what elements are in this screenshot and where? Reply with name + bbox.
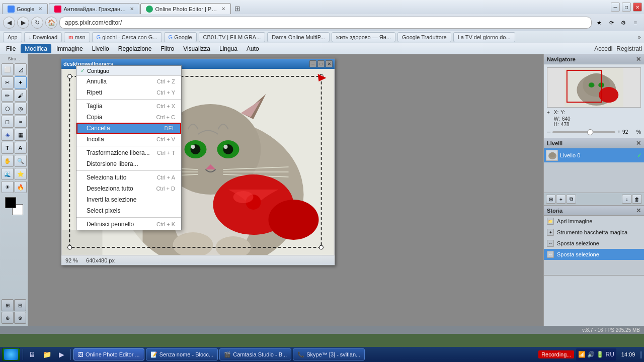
tool-grid-3[interactable]: ⊕ — [2, 312, 14, 324]
bookmark-giochi[interactable]: Ggiochi - Cerca con G... — [92, 32, 162, 42]
sound-icon[interactable]: 🔊 — [587, 351, 595, 358]
bookmark-google[interactable]: GGoogle — [164, 32, 197, 42]
taskbar-app-notepad[interactable]: 📝 Senza nome - Blocc... — [146, 348, 218, 360]
merge-down-button[interactable]: ↓ — [622, 195, 632, 204]
menu-definisci-pennello[interactable]: Definisci pennello Ctrl + K — [76, 219, 181, 230]
new-layer-button[interactable]: + — [556, 195, 566, 204]
bookmarks-more[interactable]: » — [637, 34, 641, 41]
back-button[interactable]: ◀ — [3, 17, 15, 29]
contiguo-checkbox[interactable]: ✓ — [80, 67, 85, 74]
tool-pencil[interactable]: ✏ — [2, 89, 14, 102]
bookmark-download[interactable]: ↓Download — [24, 32, 62, 42]
taskbar-app-camtasia[interactable]: 🎬 Camtasia Studio - B... — [219, 348, 291, 360]
canvas-minimize[interactable]: ─ — [309, 60, 316, 67]
canvas-maximize[interactable]: □ — [317, 60, 325, 67]
tool-zoom[interactable]: 🔍 — [15, 155, 27, 167]
menu-distorsione[interactable]: Distorsione libera... — [76, 158, 181, 169]
tool-eyedropper[interactable]: A — [15, 142, 27, 154]
menu-accedi[interactable]: Accedi — [594, 45, 612, 52]
layer-visible-0[interactable]: ✓ — [637, 152, 642, 159]
bookmark-dama[interactable]: Dama Online MultiP... — [267, 32, 330, 42]
storia-close[interactable]: ✕ — [636, 207, 641, 214]
tool-hand[interactable]: ✋ — [2, 155, 14, 167]
duplicate-layer-button[interactable]: ⧉ — [566, 195, 576, 204]
tool-eraser[interactable]: ◻ — [2, 116, 14, 128]
tab-google-close[interactable]: ✕ — [38, 6, 42, 12]
taskbar-app-skype[interactable]: 📞 Skype™ [3] - svitlan... — [293, 348, 365, 360]
tab-antymaydan[interactable]: Антимайдан. Гражданск... ✕ — [49, 3, 139, 14]
canvas-close[interactable]: ✕ — [326, 60, 333, 67]
tool-selection-rect[interactable]: ⬜ — [2, 63, 14, 75]
address-bar[interactable]: apps.pixlr.com/editor/ — [59, 17, 592, 29]
tool-gradient[interactable]: ▦ — [15, 129, 27, 141]
tool-grid-2[interactable]: ⊟ — [14, 299, 26, 311]
bookmark-tv[interactable]: La TV del giorno do... — [453, 32, 515, 42]
close-button[interactable]: ✕ — [633, 3, 642, 12]
tab-google[interactable]: Google ✕ — [2, 3, 48, 14]
menu-deseleziona-tutto[interactable]: Deseleziona tutto Ctrl + D — [76, 183, 181, 194]
star-icon[interactable]: ★ — [594, 17, 605, 28]
menu-auto[interactable]: Auto — [243, 44, 263, 53]
menu-livello[interactable]: Livello — [88, 44, 113, 53]
menu-lingua[interactable]: Lingua — [215, 44, 242, 53]
tool-burn[interactable]: 🔥 — [15, 181, 27, 193]
settings-icon[interactable]: ⚙ — [618, 17, 629, 28]
bookmark-app[interactable]: App — [3, 32, 22, 42]
tool-smudge[interactable]: ≈ — [15, 116, 27, 128]
tool-magic-wand[interactable]: ✦ — [15, 76, 27, 88]
menu-regolazione[interactable]: Regolazione — [114, 44, 156, 53]
tool-dodge[interactable]: ☀ — [2, 181, 14, 193]
tool-crop[interactable]: ✂ — [2, 76, 14, 88]
new-tab-button[interactable]: ⊞ — [232, 3, 243, 14]
history-item-0[interactable]: 📁 Apri immagine — [544, 216, 644, 227]
refresh-icon[interactable]: ⟳ — [606, 17, 617, 28]
show-desktop-button[interactable]: | — [640, 350, 642, 358]
menu-cancella[interactable]: Cancella DEL — [76, 123, 181, 134]
bookmark-translator[interactable]: Google Traduttore — [397, 32, 451, 42]
menu-file[interactable]: File — [2, 44, 20, 53]
navigator-close[interactable]: ✕ — [636, 56, 641, 63]
new-group-button[interactable]: ⊞ — [546, 195, 556, 204]
forward-button[interactable]: ▶ — [17, 17, 29, 29]
livelli-close[interactable]: ✕ — [636, 140, 641, 147]
quick-launch-media[interactable]: ▶ — [55, 348, 68, 360]
language-icon[interactable]: RU — [605, 351, 614, 358]
maximize-button[interactable]: □ — [622, 3, 631, 12]
tool-grid-4[interactable]: ⊗ — [14, 312, 26, 324]
menu-ripeti[interactable]: Ripeti Ctrl + Y — [76, 87, 181, 98]
menu-icon[interactable]: ≡ — [630, 17, 641, 28]
menu-registrati[interactable]: Registrati — [616, 45, 642, 52]
tool-blur[interactable]: 🌊 — [2, 168, 14, 180]
menu-incolla[interactable]: Incolla Ctrl + V — [76, 134, 181, 145]
battery-icon[interactable]: 🔋 — [596, 351, 604, 358]
tab-pixlr[interactable]: Online Photo Editor | Pixl... ✕ — [140, 3, 231, 14]
menu-annulla[interactable]: Annulla Ctrl + Z — [76, 76, 181, 87]
bookmark-cb01[interactable]: CB01.TV | FILM GRA... — [199, 32, 266, 42]
reload-button[interactable]: ↻ — [31, 17, 43, 29]
menu-taglia[interactable]: Taglia Ctrl + X — [76, 101, 181, 112]
tab-pixlr-close[interactable]: ✕ — [221, 6, 225, 12]
quick-launch-explorer[interactable]: 🖥 — [26, 348, 39, 360]
menu-select-pixels[interactable]: Select pixels — [76, 205, 181, 216]
tool-fill[interactable]: ◈ — [2, 129, 14, 141]
tool-grid-1[interactable]: ⊞ — [2, 299, 14, 311]
tool-brush[interactable]: 🖌 — [15, 89, 27, 102]
menu-inverti-selezione[interactable]: Inverti la selezione — [76, 194, 181, 205]
menu-seleziona-tutto[interactable]: Seleziona tutto Ctrl + A — [76, 172, 181, 183]
delete-layer-button[interactable]: 🗑 — [632, 195, 642, 204]
tool-text[interactable]: T — [2, 142, 14, 154]
bookmark-russian[interactable]: жить здорово — Ян... — [332, 32, 395, 42]
taskbar-app-pixlr[interactable]: 🖼 Online Photo Editor ... — [73, 348, 144, 360]
start-button[interactable] — [2, 348, 20, 361]
tool-sharpen[interactable]: ⭐ — [15, 168, 27, 180]
history-item-3[interactable]: ↔ Sposta selezione — [544, 249, 644, 260]
network-icon[interactable]: 📶 — [578, 351, 586, 358]
tab-antymaydan-close[interactable]: ✕ — [130, 6, 134, 12]
menu-modifica[interactable]: Modifica — [21, 44, 51, 53]
history-item-2[interactable]: ↔ Sposta selezione — [544, 238, 644, 249]
zoom-slider-thumb[interactable] — [587, 129, 593, 135]
tool-clone[interactable]: ◎ — [15, 103, 27, 115]
tool-heal[interactable]: ⬡ — [2, 103, 14, 115]
history-item-1[interactable]: ✦ Strumento bacchetta magica — [544, 227, 644, 238]
minimize-button[interactable]: ─ — [611, 3, 620, 12]
